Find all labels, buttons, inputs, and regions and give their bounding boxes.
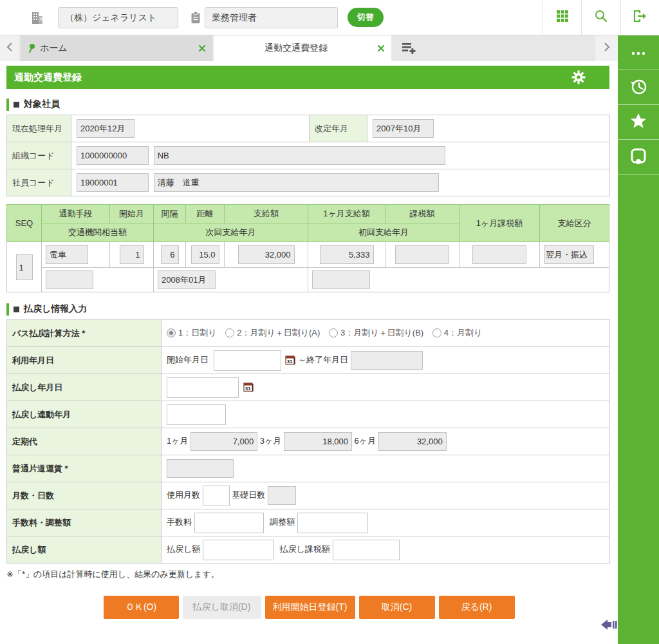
interval-field	[161, 245, 179, 264]
refund-amount-inner-label: 払戻し額	[167, 544, 200, 554]
end-date-field	[351, 351, 423, 370]
tab-home-close-icon[interactable]	[198, 44, 206, 52]
radio-monthly-daily-a[interactable]: 2：月割り＋日割り(A)	[225, 327, 320, 339]
more-button[interactable]	[618, 35, 659, 70]
cancel-button[interactable]: 取消(C)	[359, 596, 435, 619]
use-period-label: 利用年月日	[7, 347, 162, 374]
company-input[interactable]	[58, 7, 178, 28]
refund-tax-input[interactable]	[333, 540, 400, 560]
svg-text:31: 31	[245, 385, 250, 391]
apps-grid-button[interactable]	[543, 0, 581, 35]
chevron-right-icon	[604, 43, 610, 54]
taxable-field	[395, 245, 449, 264]
memo-button[interactable]	[618, 140, 659, 175]
radio-monthly-daily-b-label: 3：月割り＋日割り(B)	[340, 327, 423, 339]
page-title-bar: 通勤交通費登録	[6, 66, 609, 89]
emp-name-field	[154, 173, 439, 192]
main-content: 通勤交通費登録 対象社員 現在処理年月 改定年月 組織コード	[0, 61, 618, 644]
means-field	[46, 245, 88, 264]
section-bar	[6, 303, 9, 316]
table-row	[7, 268, 609, 292]
logout-button[interactable]	[620, 0, 659, 35]
current-ym-label: 現在処理年月	[7, 115, 71, 142]
refund-amount-input[interactable]	[203, 540, 274, 560]
fee-input[interactable]	[194, 513, 264, 533]
equiv-field	[46, 270, 93, 289]
one-way-fare-label: 普通片道運賃 *	[7, 455, 162, 482]
base-days-field	[268, 486, 296, 505]
settings-gear-icon[interactable]	[571, 70, 586, 85]
m3-fare-field	[284, 432, 352, 451]
refund-form: バス払戻計算方法 * 1：日割り 2：月割り＋日割り(A) 3：月割り＋日割り(…	[6, 319, 610, 564]
seq-field	[16, 254, 33, 280]
chevron-left-icon	[6, 43, 13, 54]
col-start-month: 開始月	[110, 205, 154, 223]
add-tab-button[interactable]	[400, 41, 417, 59]
collapse-panel-arrow-icon[interactable]	[601, 618, 618, 634]
apps-grid-icon	[555, 9, 570, 26]
start-date-input[interactable]	[214, 350, 281, 371]
col-first-ym: 初回支給年月	[308, 223, 459, 242]
tab-current[interactable]: 通勤交通費登録	[214, 35, 391, 61]
tab-home[interactable]: ホーム	[21, 35, 212, 61]
favorites-button[interactable]	[618, 105, 659, 140]
refund-link-ym-input[interactable]	[167, 404, 226, 425]
col-monthly-taxable: 1ヶ月課税額	[459, 205, 540, 242]
col-interval: 間隔	[154, 205, 186, 223]
refund-date-label: 払戻し年月日	[7, 374, 162, 401]
first-ym-field	[312, 270, 370, 289]
tab-scroll-right-button[interactable]	[595, 35, 618, 61]
end-date-label: ～終了年月日	[298, 355, 348, 365]
table-row	[7, 242, 609, 268]
col-taxable: 課税額	[385, 205, 459, 223]
company-icon	[30, 10, 45, 26]
col-equiv: 交通機関相当額	[42, 223, 154, 242]
radio-monthly[interactable]: 4：月割り	[432, 327, 483, 339]
section-target-title: 対象社員	[24, 99, 60, 110]
calendar-icon[interactable]: 31	[243, 381, 254, 394]
radio-monthly-daily-a-label: 2：月割り＋日割り(A)	[237, 327, 320, 339]
start-date-label: 開始年月日	[167, 355, 209, 365]
history-button[interactable]	[618, 70, 659, 105]
search-button[interactable]	[581, 0, 620, 35]
radio-daily-label: 1：日割り	[178, 327, 217, 339]
col-category: 支給区分	[540, 205, 609, 242]
m1-fare-field	[190, 432, 257, 451]
app-window: 切替 ホーム	[0, 0, 659, 644]
switch-button[interactable]: 切替	[348, 8, 384, 27]
adjust-input[interactable]	[297, 513, 368, 533]
section-refund-title: 払戻し情報入力	[24, 303, 87, 315]
radio-icon	[225, 328, 234, 337]
right-sidebar	[618, 35, 659, 644]
use-months-input[interactable]	[203, 486, 230, 506]
org-code-field	[77, 146, 149, 165]
ok-button[interactable]: ＯＫ(O)	[104, 596, 179, 619]
search-icon	[593, 8, 609, 26]
m3-label: 3ヶ月	[260, 436, 282, 446]
logout-icon	[632, 8, 649, 26]
refund-date-input[interactable]	[167, 377, 239, 398]
monthly-amount-field	[320, 245, 374, 264]
col-seq: SEQ	[7, 205, 42, 242]
m1-label: 1ヶ月	[167, 436, 189, 446]
col-monthly-amount: 1ヶ月支給額	[308, 205, 385, 223]
history-icon	[629, 77, 648, 99]
fee-label: 手数料	[167, 517, 192, 527]
role-input[interactable]	[205, 7, 338, 28]
calendar-icon[interactable]: 31	[285, 354, 295, 367]
col-amount: 支給額	[225, 205, 308, 223]
refund-link-ym-label: 払戻し連動年月	[7, 401, 162, 428]
start-date-register-button[interactable]: 利用開始日登録(T)	[265, 596, 355, 619]
tab-scroll-left-button[interactable]	[0, 35, 19, 61]
emp-code-field	[77, 173, 149, 192]
refund-tax-label: 払戻し課税額	[280, 544, 330, 554]
org-code-label: 組織コード	[7, 142, 71, 169]
back-button[interactable]: 戻る(R)	[439, 596, 515, 619]
m6-label: 6ヶ月	[355, 436, 376, 446]
radio-daily[interactable]: 1：日割り	[167, 327, 217, 339]
ellipsis-icon	[631, 47, 646, 59]
tab-current-close-icon[interactable]	[377, 44, 385, 52]
col-means: 通勤手段	[42, 205, 110, 223]
emp-code-label: 社員コード	[7, 169, 71, 196]
radio-monthly-daily-b[interactable]: 3：月割り＋日割り(B)	[329, 327, 423, 339]
